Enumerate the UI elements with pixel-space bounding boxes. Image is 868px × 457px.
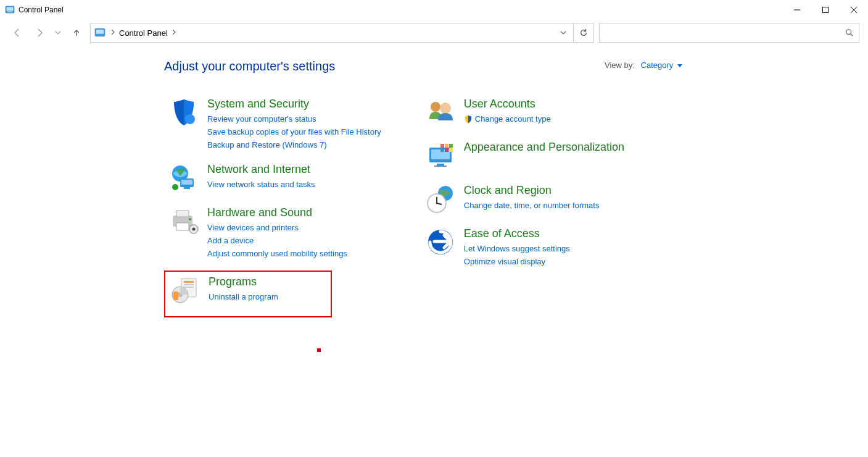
view-by-value[interactable]: Category <box>641 61 674 70</box>
clock-globe-icon <box>424 184 457 214</box>
category-hardware-sound[interactable]: Hardware and Sound View devices and prin… <box>164 205 385 259</box>
category-title[interactable]: Hardware and Sound <box>207 206 347 219</box>
category-link-label: Change account type <box>475 114 551 124</box>
category-link[interactable]: Change account type <box>464 114 551 124</box>
svg-point-9 <box>846 30 851 35</box>
address-dropdown-icon[interactable] <box>553 23 573 42</box>
category-link[interactable]: Save backup copies of your files with Fi… <box>207 127 381 136</box>
right-column: User Accounts Change account type <box>421 96 628 329</box>
chevron-right-icon[interactable] <box>110 28 115 37</box>
category-appearance[interactable]: Appearance and Personalization <box>421 140 628 172</box>
svg-point-23 <box>192 228 196 231</box>
uac-shield-icon <box>464 115 473 124</box>
svg-point-32 <box>440 103 451 114</box>
minimize-button[interactable] <box>783 0 811 20</box>
category-title[interactable]: Network and Internet <box>207 163 315 176</box>
category-link[interactable]: View devices and printers <box>207 223 347 232</box>
svg-rect-35 <box>437 164 444 166</box>
svg-rect-25 <box>184 281 194 283</box>
search-icon[interactable] <box>840 23 859 42</box>
svg-rect-36 <box>434 166 447 167</box>
category-programs[interactable]: Programs Uninstall a program <box>164 270 332 317</box>
category-ease-of-access[interactable]: Ease of Access Let Windows suggest setti… <box>421 226 628 267</box>
category-title[interactable]: Ease of Access <box>464 227 570 240</box>
control-panel-icon <box>94 27 105 38</box>
category-link[interactable]: Add a device <box>207 236 347 245</box>
titlebar: Control Panel <box>0 0 868 20</box>
recent-dropdown-icon[interactable] <box>53 24 63 41</box>
svg-rect-26 <box>184 284 194 285</box>
svg-rect-1 <box>7 7 14 11</box>
programs-icon <box>169 275 201 305</box>
svg-point-48 <box>436 203 437 204</box>
category-title[interactable]: System and Security <box>207 98 381 111</box>
ease-of-access-icon <box>424 227 457 257</box>
category-link[interactable]: Let Windows suggest settings <box>464 244 570 253</box>
breadcrumb[interactable]: Control Panel <box>117 26 170 40</box>
monitor-personalization-icon <box>424 141 457 170</box>
svg-rect-15 <box>184 187 190 189</box>
dropdown-icon <box>677 64 682 67</box>
category-link[interactable]: Adjust commonly used mobility settings <box>207 249 347 258</box>
category-title[interactable]: Programs <box>209 275 278 288</box>
svg-rect-2 <box>7 12 12 13</box>
shield-icon <box>168 98 200 127</box>
svg-rect-41 <box>445 148 448 152</box>
svg-point-11 <box>185 114 195 124</box>
svg-rect-8 <box>96 30 104 34</box>
page-title: Adjust your computer's settings <box>164 59 335 73</box>
category-link[interactable]: Optimize visual display <box>464 257 570 266</box>
address-bar[interactable]: Control Panel <box>90 23 594 43</box>
forward-button[interactable] <box>31 24 48 41</box>
left-column: System and Security Review your computer… <box>164 96 385 329</box>
svg-rect-37 <box>440 144 444 148</box>
chevron-right-icon[interactable] <box>172 28 176 37</box>
category-network-internet[interactable]: Network and Internet View network status… <box>164 162 385 194</box>
category-title[interactable]: Clock and Region <box>464 184 600 197</box>
printer-icon <box>168 206 200 236</box>
svg-rect-4 <box>823 7 829 13</box>
svg-rect-40 <box>440 148 444 152</box>
svg-point-16 <box>172 184 178 190</box>
control-panel-icon <box>5 5 15 15</box>
category-link[interactable]: Uninstall a program <box>209 292 278 301</box>
close-button[interactable] <box>840 0 868 20</box>
refresh-button[interactable] <box>573 23 593 42</box>
svg-point-20 <box>189 218 191 220</box>
content-area: Adjust your computer's settings View by:… <box>0 46 868 329</box>
svg-rect-19 <box>176 223 189 230</box>
svg-point-31 <box>431 102 440 112</box>
view-by-selector[interactable]: View by: Category <box>605 61 682 70</box>
search-input[interactable] <box>600 25 840 41</box>
view-by-label: View by: <box>605 61 635 70</box>
svg-rect-18 <box>176 211 189 217</box>
svg-rect-27 <box>184 287 194 288</box>
maximize-button[interactable] <box>811 0 840 20</box>
category-title[interactable]: Appearance and Personalization <box>464 141 624 154</box>
svg-line-10 <box>851 34 853 36</box>
category-link[interactable]: Backup and Restore (Windows 7) <box>207 140 381 149</box>
annotation-dot <box>317 348 321 352</box>
navigation-bar: Control Panel <box>0 20 868 46</box>
back-button[interactable] <box>9 24 26 41</box>
search-bar[interactable] <box>599 23 859 43</box>
svg-rect-30 <box>173 291 178 300</box>
category-link[interactable]: Review your computer's status <box>207 114 381 124</box>
svg-rect-14 <box>181 180 192 185</box>
up-button[interactable] <box>68 24 85 41</box>
globe-network-icon <box>168 163 200 193</box>
users-icon <box>424 98 457 127</box>
category-title[interactable]: User Accounts <box>464 98 551 111</box>
category-clock-region[interactable]: Clock and Region Change date, time, or n… <box>421 183 628 215</box>
category-user-accounts[interactable]: User Accounts Change account type <box>421 96 628 128</box>
category-link[interactable]: View network status and tasks <box>207 180 315 189</box>
svg-rect-42 <box>449 148 453 152</box>
window-title: Control Panel <box>19 6 64 14</box>
svg-rect-39 <box>449 144 453 148</box>
category-system-security[interactable]: System and Security Review your computer… <box>164 96 385 151</box>
svg-rect-38 <box>445 144 448 148</box>
category-link[interactable]: Change date, time, or number formats <box>464 201 600 210</box>
